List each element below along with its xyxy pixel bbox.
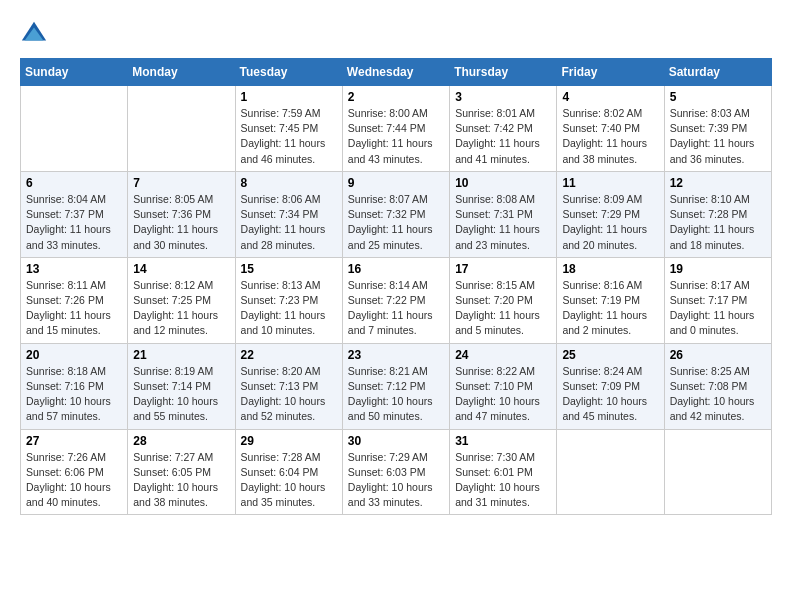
col-header-tuesday: Tuesday — [235, 59, 342, 86]
day-detail: Sunrise: 7:27 AMSunset: 6:05 PMDaylight:… — [133, 450, 229, 511]
day-detail: Sunrise: 8:18 AMSunset: 7:16 PMDaylight:… — [26, 364, 122, 425]
week-row: 13Sunrise: 8:11 AMSunset: 7:26 PMDayligh… — [21, 257, 772, 343]
day-number: 18 — [562, 262, 658, 276]
day-detail: Sunrise: 7:29 AMSunset: 6:03 PMDaylight:… — [348, 450, 444, 511]
day-number: 19 — [670, 262, 766, 276]
day-detail: Sunrise: 8:06 AMSunset: 7:34 PMDaylight:… — [241, 192, 337, 253]
day-cell: 1Sunrise: 7:59 AMSunset: 7:45 PMDaylight… — [235, 86, 342, 172]
day-number: 11 — [562, 176, 658, 190]
day-number: 29 — [241, 434, 337, 448]
day-number: 26 — [670, 348, 766, 362]
week-row: 20Sunrise: 8:18 AMSunset: 7:16 PMDayligh… — [21, 343, 772, 429]
day-detail: Sunrise: 8:01 AMSunset: 7:42 PMDaylight:… — [455, 106, 551, 167]
day-detail: Sunrise: 8:00 AMSunset: 7:44 PMDaylight:… — [348, 106, 444, 167]
day-cell: 22Sunrise: 8:20 AMSunset: 7:13 PMDayligh… — [235, 343, 342, 429]
day-detail: Sunrise: 8:11 AMSunset: 7:26 PMDaylight:… — [26, 278, 122, 339]
day-cell: 8Sunrise: 8:06 AMSunset: 7:34 PMDaylight… — [235, 171, 342, 257]
day-cell: 2Sunrise: 8:00 AMSunset: 7:44 PMDaylight… — [342, 86, 449, 172]
day-number: 3 — [455, 90, 551, 104]
day-cell — [21, 86, 128, 172]
day-number: 15 — [241, 262, 337, 276]
day-detail: Sunrise: 8:04 AMSunset: 7:37 PMDaylight:… — [26, 192, 122, 253]
day-cell: 15Sunrise: 8:13 AMSunset: 7:23 PMDayligh… — [235, 257, 342, 343]
day-detail: Sunrise: 8:20 AMSunset: 7:13 PMDaylight:… — [241, 364, 337, 425]
day-detail: Sunrise: 8:12 AMSunset: 7:25 PMDaylight:… — [133, 278, 229, 339]
day-number: 12 — [670, 176, 766, 190]
day-cell: 25Sunrise: 8:24 AMSunset: 7:09 PMDayligh… — [557, 343, 664, 429]
day-detail: Sunrise: 8:22 AMSunset: 7:10 PMDaylight:… — [455, 364, 551, 425]
day-number: 17 — [455, 262, 551, 276]
day-detail: Sunrise: 8:19 AMSunset: 7:14 PMDaylight:… — [133, 364, 229, 425]
day-cell: 16Sunrise: 8:14 AMSunset: 7:22 PMDayligh… — [342, 257, 449, 343]
day-detail: Sunrise: 7:30 AMSunset: 6:01 PMDaylight:… — [455, 450, 551, 511]
day-cell: 5Sunrise: 8:03 AMSunset: 7:39 PMDaylight… — [664, 86, 771, 172]
day-number: 5 — [670, 90, 766, 104]
day-cell — [128, 86, 235, 172]
day-cell — [557, 429, 664, 515]
day-cell: 14Sunrise: 8:12 AMSunset: 7:25 PMDayligh… — [128, 257, 235, 343]
day-number: 28 — [133, 434, 229, 448]
col-header-monday: Monday — [128, 59, 235, 86]
day-cell: 29Sunrise: 7:28 AMSunset: 6:04 PMDayligh… — [235, 429, 342, 515]
day-detail: Sunrise: 8:24 AMSunset: 7:09 PMDaylight:… — [562, 364, 658, 425]
day-cell: 9Sunrise: 8:07 AMSunset: 7:32 PMDaylight… — [342, 171, 449, 257]
day-number: 10 — [455, 176, 551, 190]
day-cell: 11Sunrise: 8:09 AMSunset: 7:29 PMDayligh… — [557, 171, 664, 257]
day-detail: Sunrise: 8:21 AMSunset: 7:12 PMDaylight:… — [348, 364, 444, 425]
day-cell: 20Sunrise: 8:18 AMSunset: 7:16 PMDayligh… — [21, 343, 128, 429]
day-detail: Sunrise: 8:09 AMSunset: 7:29 PMDaylight:… — [562, 192, 658, 253]
day-cell: 19Sunrise: 8:17 AMSunset: 7:17 PMDayligh… — [664, 257, 771, 343]
day-number: 30 — [348, 434, 444, 448]
day-detail: Sunrise: 7:59 AMSunset: 7:45 PMDaylight:… — [241, 106, 337, 167]
logo-icon — [20, 20, 48, 48]
day-cell: 30Sunrise: 7:29 AMSunset: 6:03 PMDayligh… — [342, 429, 449, 515]
day-number: 4 — [562, 90, 658, 104]
day-number: 14 — [133, 262, 229, 276]
day-number: 23 — [348, 348, 444, 362]
day-cell: 3Sunrise: 8:01 AMSunset: 7:42 PMDaylight… — [450, 86, 557, 172]
page-header — [20, 20, 772, 48]
day-detail: Sunrise: 8:02 AMSunset: 7:40 PMDaylight:… — [562, 106, 658, 167]
day-number: 31 — [455, 434, 551, 448]
week-row: 6Sunrise: 8:04 AMSunset: 7:37 PMDaylight… — [21, 171, 772, 257]
day-cell: 12Sunrise: 8:10 AMSunset: 7:28 PMDayligh… — [664, 171, 771, 257]
week-row: 1Sunrise: 7:59 AMSunset: 7:45 PMDaylight… — [21, 86, 772, 172]
day-detail: Sunrise: 7:28 AMSunset: 6:04 PMDaylight:… — [241, 450, 337, 511]
day-detail: Sunrise: 8:05 AMSunset: 7:36 PMDaylight:… — [133, 192, 229, 253]
day-detail: Sunrise: 8:16 AMSunset: 7:19 PMDaylight:… — [562, 278, 658, 339]
col-header-friday: Friday — [557, 59, 664, 86]
day-cell: 10Sunrise: 8:08 AMSunset: 7:31 PMDayligh… — [450, 171, 557, 257]
day-number: 1 — [241, 90, 337, 104]
day-cell: 23Sunrise: 8:21 AMSunset: 7:12 PMDayligh… — [342, 343, 449, 429]
day-detail: Sunrise: 8:13 AMSunset: 7:23 PMDaylight:… — [241, 278, 337, 339]
day-number: 7 — [133, 176, 229, 190]
day-detail: Sunrise: 8:15 AMSunset: 7:20 PMDaylight:… — [455, 278, 551, 339]
col-header-sunday: Sunday — [21, 59, 128, 86]
day-number: 2 — [348, 90, 444, 104]
day-number: 20 — [26, 348, 122, 362]
day-detail: Sunrise: 8:08 AMSunset: 7:31 PMDaylight:… — [455, 192, 551, 253]
day-cell: 21Sunrise: 8:19 AMSunset: 7:14 PMDayligh… — [128, 343, 235, 429]
day-number: 16 — [348, 262, 444, 276]
day-number: 24 — [455, 348, 551, 362]
day-cell: 26Sunrise: 8:25 AMSunset: 7:08 PMDayligh… — [664, 343, 771, 429]
col-header-saturday: Saturday — [664, 59, 771, 86]
day-detail: Sunrise: 8:10 AMSunset: 7:28 PMDaylight:… — [670, 192, 766, 253]
calendar-table: SundayMondayTuesdayWednesdayThursdayFrid… — [20, 58, 772, 515]
day-number: 9 — [348, 176, 444, 190]
day-cell: 24Sunrise: 8:22 AMSunset: 7:10 PMDayligh… — [450, 343, 557, 429]
day-number: 25 — [562, 348, 658, 362]
day-number: 8 — [241, 176, 337, 190]
day-cell: 17Sunrise: 8:15 AMSunset: 7:20 PMDayligh… — [450, 257, 557, 343]
day-cell: 18Sunrise: 8:16 AMSunset: 7:19 PMDayligh… — [557, 257, 664, 343]
col-header-wednesday: Wednesday — [342, 59, 449, 86]
logo — [20, 20, 52, 48]
day-detail: Sunrise: 8:07 AMSunset: 7:32 PMDaylight:… — [348, 192, 444, 253]
day-cell: 31Sunrise: 7:30 AMSunset: 6:01 PMDayligh… — [450, 429, 557, 515]
header-row: SundayMondayTuesdayWednesdayThursdayFrid… — [21, 59, 772, 86]
day-detail: Sunrise: 8:17 AMSunset: 7:17 PMDaylight:… — [670, 278, 766, 339]
day-cell: 6Sunrise: 8:04 AMSunset: 7:37 PMDaylight… — [21, 171, 128, 257]
day-detail: Sunrise: 7:26 AMSunset: 6:06 PMDaylight:… — [26, 450, 122, 511]
day-cell: 7Sunrise: 8:05 AMSunset: 7:36 PMDaylight… — [128, 171, 235, 257]
day-number: 6 — [26, 176, 122, 190]
